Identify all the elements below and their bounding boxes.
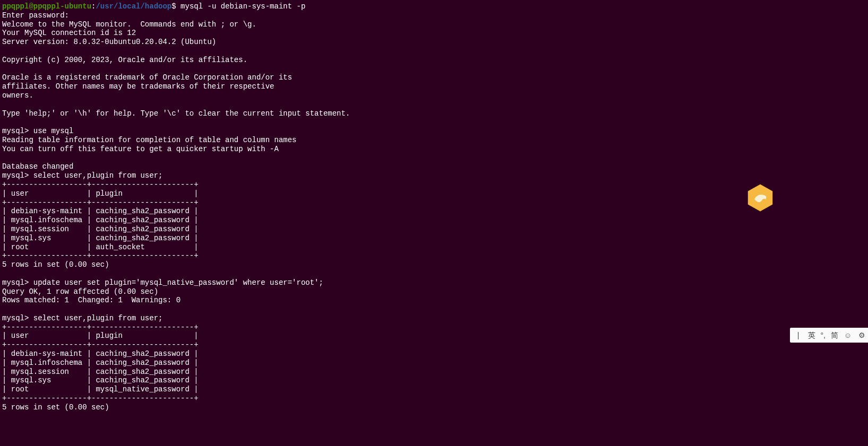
table-row: | debian-sys-maint | caching_sha2_passwo… [2,207,199,215]
ime-divider-icon: | [794,331,803,339]
ime-punctuation-button[interactable]: °, [821,331,826,340]
output-line: owners. [2,91,33,100]
mysql-prompt-line: mysql> use mysql [2,127,73,135]
table-border: +------------------+--------------------… [2,394,199,403]
output-line: Welcome to the MySQL monitor. Commands e… [2,20,256,29]
output-line: Type 'help;' or '\h' for help. Type '\c'… [2,109,350,118]
ime-lang-en-button[interactable]: 英 [808,331,815,340]
output-line: Your MySQL connection id is 12 [2,29,136,37]
ime-toolbar[interactable]: | 英 °, 简 ☺ ⚙ [790,328,869,343]
output-line: Reading table information for completion… [2,136,297,144]
output-line: Rows matched: 1 Changed: 1 Warnings: 0 [2,296,181,304]
output-line: 5 rows in set (0.00 sec) [2,403,109,412]
output-line: affiliates. Other names may be trademark… [2,82,274,91]
table-row: | debian-sys-maint | caching_sha2_passwo… [2,349,199,358]
table-row: | mysql.sys | caching_sha2_password | [2,376,199,384]
gear-icon[interactable]: ⚙ [857,331,866,339]
table-row: | mysql.session | caching_sha2_password … [2,225,199,233]
table-row: | mysql.session | caching_sha2_password … [2,368,199,376]
output-line: Oracle is a registered trademark of Orac… [2,73,292,82]
mysql-prompt-line: mysql> update user set plugin='mysql_nat… [2,278,323,287]
output-line: Enter password: [2,11,69,20]
prompt-dollar: $ [171,2,176,11]
output-line: You can turn off this feature to get a q… [2,145,279,153]
table-border: +------------------+--------------------… [2,340,199,349]
table-header: | user | plugin | [2,331,199,340]
terminal-output[interactable]: ppqppl@ppqppl-ubuntu:/usr/local/hadoop$ … [2,2,866,412]
table-row: | root | auth_socket | [2,243,199,251]
mysql-prompt-line: mysql> select user,plugin from user; [2,314,162,322]
emoji-icon[interactable]: ☺ [844,331,852,339]
table-border: +------------------+--------------------… [2,323,199,331]
command-text: mysql -u debian-sys-maint -p [176,2,306,11]
prompt-user: ppqppl@ppqppl-ubuntu [2,2,91,11]
notification-badge-icon[interactable] [746,183,775,212]
table-border: +------------------+--------------------… [2,180,199,189]
output-line: Copyright (c) 2000, 2023, Oracle and/or … [2,56,247,64]
table-row: | mysql.infoschema | caching_sha2_passwo… [2,216,199,224]
table-border: +------------------+--------------------… [2,251,199,260]
ime-lang-cn-button[interactable]: 简 [831,331,838,340]
table-row: | mysql.sys | caching_sha2_password | [2,234,199,242]
output-line: 5 rows in set (0.00 sec) [2,260,109,269]
mysql-prompt-line: mysql> select user,plugin from user; [2,171,162,180]
table-row: | mysql.infoschema | caching_sha2_passwo… [2,358,199,367]
output-line: Server version: 8.0.32-0ubuntu0.20.04.2 … [2,38,216,46]
table-border: +------------------+--------------------… [2,198,199,207]
prompt-path: /usr/local/hadoop [96,2,171,11]
table-header: | user | plugin | [2,189,199,198]
output-line: Query OK, 1 row affected (0.00 sec) [2,287,158,296]
output-line: Database changed [2,162,73,171]
table-row: | root | mysql_native_password | [2,385,199,393]
